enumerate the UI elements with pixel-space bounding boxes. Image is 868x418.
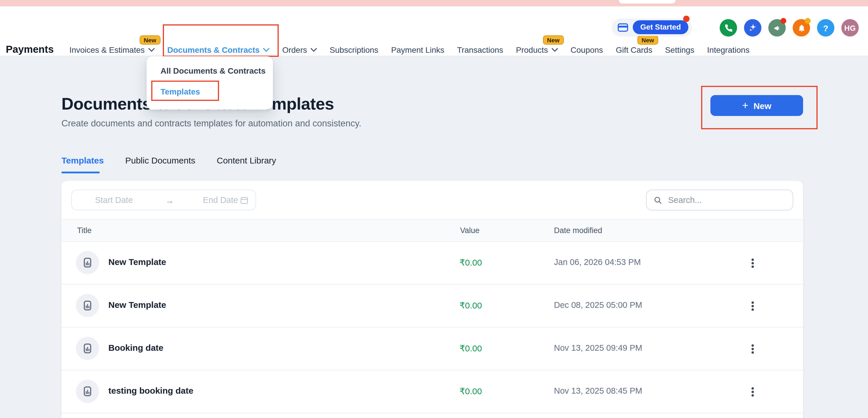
- tab-bar: Templates Public Documents Content Libra…: [61, 155, 276, 165]
- new-badge: New: [543, 35, 563, 44]
- nav-item-settings[interactable]: Settings: [665, 45, 694, 54]
- nav-item-products[interactable]: Products New: [516, 45, 558, 54]
- table-row[interactable]: New Template ₹0.00 Jan 06, 2026 04:53 PM: [61, 242, 803, 285]
- search-box: [646, 189, 793, 210]
- nav-item-transactions[interactable]: Transactions: [457, 45, 503, 54]
- tab-public-documents[interactable]: Public Documents: [125, 155, 195, 165]
- documents-contracts-dropdown: All Documents & Contracts Templates: [147, 56, 273, 110]
- bell-icon: [797, 24, 806, 32]
- table-row[interactable]: New Template ₹0.00 Dec 08, 2025 05:00 PM: [61, 285, 803, 328]
- row-date-modified: Nov 13, 2025 09:49 PM: [554, 343, 642, 353]
- announcements-notification-dot: [780, 18, 786, 24]
- date-range-picker[interactable]: Start Date → End Date: [71, 189, 256, 210]
- template-avatar: [76, 294, 99, 317]
- nav-item-gift-cards[interactable]: Gift Cards New: [616, 45, 652, 54]
- start-date-input[interactable]: Start Date: [95, 196, 133, 205]
- document-chart-icon: [82, 300, 93, 311]
- row-actions-menu[interactable]: [747, 341, 758, 357]
- tab-templates[interactable]: Templates: [61, 155, 104, 165]
- brand-payments: Payments: [6, 43, 54, 56]
- table-row[interactable]: testing booking date ₹0.00 Nov 13, 2025 …: [61, 370, 803, 413]
- help-button[interactable]: ?: [817, 19, 834, 36]
- new-badge: New: [140, 35, 160, 44]
- credit-card-icon: [618, 23, 628, 32]
- nav-item-orders[interactable]: Orders: [282, 45, 317, 54]
- megaphone-icon: [773, 24, 781, 32]
- app-window: Payments Invoices & Estimates New Docume…: [0, 0, 868, 418]
- document-chart-icon: [82, 342, 93, 354]
- row-date-modified: Dec 08, 2025 05:00 PM: [554, 300, 642, 309]
- nav-links: Payments Invoices & Estimates New Docume…: [6, 43, 749, 56]
- bell-notification-dot: [805, 18, 811, 24]
- row-title[interactable]: Booking date: [108, 342, 163, 353]
- row-date-modified: Nov 13, 2025 08:45 PM: [554, 386, 642, 395]
- nav-item-payment-links[interactable]: Payment Links: [391, 45, 444, 54]
- template-avatar: [76, 380, 99, 403]
- range-arrow-icon: →: [165, 195, 174, 205]
- column-header-date-modified: Date modified: [554, 220, 602, 242]
- sparkles-icon: [748, 23, 757, 32]
- document-chart-icon: [82, 386, 93, 397]
- tab-content-library[interactable]: Content Library: [217, 155, 276, 165]
- get-started-group: Get Started: [612, 19, 692, 36]
- document-chart-icon: [82, 257, 93, 268]
- chevron-down-icon: [148, 47, 154, 52]
- top-navigation: Payments Invoices & Estimates New Docume…: [0, 6, 868, 56]
- column-header-title: Title: [77, 220, 92, 242]
- row-actions-menu[interactable]: [747, 255, 758, 271]
- phone-icon: [724, 24, 733, 32]
- new-badge: New: [638, 35, 658, 44]
- ai-assistant-button[interactable]: [744, 19, 762, 36]
- template-avatar: [76, 251, 99, 274]
- nav-item-invoices-estimates[interactable]: Invoices & Estimates New: [69, 45, 154, 54]
- plus-icon: +: [742, 100, 748, 111]
- notification-dot: [683, 16, 689, 22]
- template-avatar: [76, 337, 99, 360]
- table-row[interactable]: Booking date ₹0.00 Nov 13, 2025 09:49 PM: [61, 328, 803, 370]
- row-value: ₹0.00: [460, 386, 482, 396]
- row-value: ₹0.00: [460, 258, 482, 268]
- avatar-initials: HG: [844, 24, 856, 32]
- phone-button[interactable]: [720, 19, 737, 36]
- dropdown-item-all-documents[interactable]: All Documents & Contracts: [160, 65, 273, 77]
- row-value: ₹0.00: [460, 343, 482, 354]
- calendar-icon: [240, 196, 249, 204]
- dropdown-item-templates[interactable]: Templates: [160, 86, 273, 97]
- nav-item-subscriptions[interactable]: Subscriptions: [330, 45, 378, 54]
- templates-card: Start Date → End Date Title Value Date m…: [61, 181, 803, 418]
- top-banner: [0, 0, 868, 6]
- row-actions-menu[interactable]: [747, 384, 758, 400]
- row-title[interactable]: New Template: [108, 300, 166, 309]
- chevron-down-icon: [311, 47, 317, 52]
- row-value: ₹0.00: [460, 300, 482, 311]
- row-title[interactable]: testing booking date: [108, 386, 193, 395]
- column-header-value: Value: [460, 220, 479, 242]
- chevron-down-icon: [263, 47, 270, 52]
- search-input[interactable]: [667, 195, 786, 205]
- search-icon: [654, 196, 662, 204]
- nav-item-documents-contracts[interactable]: Documents & Contracts: [167, 45, 270, 54]
- row-date-modified: Jan 06, 2026 04:53 PM: [554, 258, 641, 267]
- row-title[interactable]: New Template: [108, 257, 166, 267]
- nav-item-integrations[interactable]: Integrations: [707, 45, 749, 54]
- new-button[interactable]: + New: [710, 95, 803, 116]
- end-date-input[interactable]: End Date: [203, 196, 238, 205]
- table-body: New Template ₹0.00 Jan 06, 2026 04:53 PM…: [61, 242, 803, 413]
- active-tab-underline: [61, 172, 100, 173]
- page-subtitle: Create documents and contracts templates…: [61, 118, 361, 129]
- row-actions-menu[interactable]: [747, 298, 758, 314]
- get-started-button[interactable]: Get Started: [633, 20, 688, 34]
- question-mark-icon: ?: [823, 23, 828, 33]
- nav-item-coupons[interactable]: Coupons: [570, 45, 603, 54]
- table-header: Title Value Date modified: [61, 219, 803, 242]
- user-avatar[interactable]: HG: [841, 19, 859, 36]
- banner-cutout: [619, 0, 676, 3]
- chevron-down-icon: [551, 47, 558, 52]
